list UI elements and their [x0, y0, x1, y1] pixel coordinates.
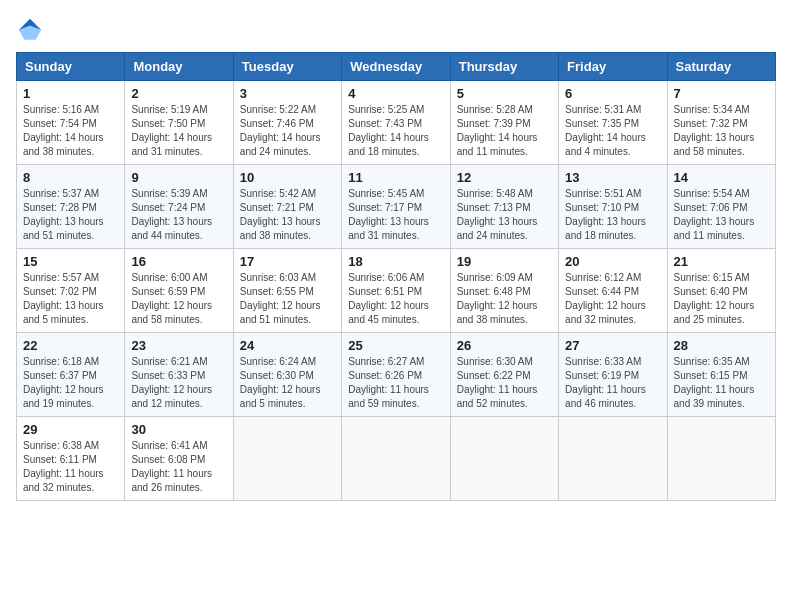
day-number: 24: [240, 338, 335, 353]
calendar-table: SundayMondayTuesdayWednesdayThursdayFrid…: [16, 52, 776, 501]
calendar-cell: 14 Sunrise: 5:54 AM Sunset: 7:06 PM Dayl…: [667, 165, 775, 249]
calendar-cell: 2 Sunrise: 5:19 AM Sunset: 7:50 PM Dayli…: [125, 81, 233, 165]
calendar-cell: 19 Sunrise: 6:09 AM Sunset: 6:48 PM Dayl…: [450, 249, 558, 333]
calendar-cell: 3 Sunrise: 5:22 AM Sunset: 7:46 PM Dayli…: [233, 81, 341, 165]
calendar-cell: [667, 417, 775, 501]
day-info: Sunrise: 6:27 AM Sunset: 6:26 PM Dayligh…: [348, 355, 443, 411]
day-number: 5: [457, 86, 552, 101]
calendar-cell: 25 Sunrise: 6:27 AM Sunset: 6:26 PM Dayl…: [342, 333, 450, 417]
calendar-cell: 4 Sunrise: 5:25 AM Sunset: 7:43 PM Dayli…: [342, 81, 450, 165]
calendar-cell: 26 Sunrise: 6:30 AM Sunset: 6:22 PM Dayl…: [450, 333, 558, 417]
day-number: 27: [565, 338, 660, 353]
calendar-cell: [233, 417, 341, 501]
day-number: 1: [23, 86, 118, 101]
logo: [16, 16, 48, 44]
day-info: Sunrise: 6:24 AM Sunset: 6:30 PM Dayligh…: [240, 355, 335, 411]
day-number: 10: [240, 170, 335, 185]
calendar-cell: [559, 417, 667, 501]
day-info: Sunrise: 6:15 AM Sunset: 6:40 PM Dayligh…: [674, 271, 769, 327]
day-number: 25: [348, 338, 443, 353]
header-row: SundayMondayTuesdayWednesdayThursdayFrid…: [17, 53, 776, 81]
day-info: Sunrise: 6:12 AM Sunset: 6:44 PM Dayligh…: [565, 271, 660, 327]
calendar-cell: 18 Sunrise: 6:06 AM Sunset: 6:51 PM Dayl…: [342, 249, 450, 333]
day-info: Sunrise: 6:33 AM Sunset: 6:19 PM Dayligh…: [565, 355, 660, 411]
day-info: Sunrise: 5:37 AM Sunset: 7:28 PM Dayligh…: [23, 187, 118, 243]
day-number: 12: [457, 170, 552, 185]
day-info: Sunrise: 6:03 AM Sunset: 6:55 PM Dayligh…: [240, 271, 335, 327]
calendar-cell: 9 Sunrise: 5:39 AM Sunset: 7:24 PM Dayli…: [125, 165, 233, 249]
calendar-cell: 13 Sunrise: 5:51 AM Sunset: 7:10 PM Dayl…: [559, 165, 667, 249]
calendar-cell: 7 Sunrise: 5:34 AM Sunset: 7:32 PM Dayli…: [667, 81, 775, 165]
day-number: 26: [457, 338, 552, 353]
column-header-wednesday: Wednesday: [342, 53, 450, 81]
week-row-3: 15 Sunrise: 5:57 AM Sunset: 7:02 PM Dayl…: [17, 249, 776, 333]
calendar-cell: 12 Sunrise: 5:48 AM Sunset: 7:13 PM Dayl…: [450, 165, 558, 249]
day-info: Sunrise: 5:48 AM Sunset: 7:13 PM Dayligh…: [457, 187, 552, 243]
day-number: 6: [565, 86, 660, 101]
calendar-cell: 6 Sunrise: 5:31 AM Sunset: 7:35 PM Dayli…: [559, 81, 667, 165]
week-row-2: 8 Sunrise: 5:37 AM Sunset: 7:28 PM Dayli…: [17, 165, 776, 249]
day-number: 30: [131, 422, 226, 437]
day-number: 17: [240, 254, 335, 269]
day-number: 16: [131, 254, 226, 269]
day-info: Sunrise: 6:18 AM Sunset: 6:37 PM Dayligh…: [23, 355, 118, 411]
day-number: 4: [348, 86, 443, 101]
calendar-cell: 5 Sunrise: 5:28 AM Sunset: 7:39 PM Dayli…: [450, 81, 558, 165]
calendar-cell: 17 Sunrise: 6:03 AM Sunset: 6:55 PM Dayl…: [233, 249, 341, 333]
calendar-cell: 8 Sunrise: 5:37 AM Sunset: 7:28 PM Dayli…: [17, 165, 125, 249]
day-number: 20: [565, 254, 660, 269]
day-info: Sunrise: 6:00 AM Sunset: 6:59 PM Dayligh…: [131, 271, 226, 327]
calendar-cell: 16 Sunrise: 6:00 AM Sunset: 6:59 PM Dayl…: [125, 249, 233, 333]
calendar-cell: 24 Sunrise: 6:24 AM Sunset: 6:30 PM Dayl…: [233, 333, 341, 417]
week-row-4: 22 Sunrise: 6:18 AM Sunset: 6:37 PM Dayl…: [17, 333, 776, 417]
day-number: 3: [240, 86, 335, 101]
calendar-cell: [450, 417, 558, 501]
column-header-thursday: Thursday: [450, 53, 558, 81]
calendar-cell: 29 Sunrise: 6:38 AM Sunset: 6:11 PM Dayl…: [17, 417, 125, 501]
week-row-1: 1 Sunrise: 5:16 AM Sunset: 7:54 PM Dayli…: [17, 81, 776, 165]
calendar-cell: 15 Sunrise: 5:57 AM Sunset: 7:02 PM Dayl…: [17, 249, 125, 333]
day-info: Sunrise: 5:22 AM Sunset: 7:46 PM Dayligh…: [240, 103, 335, 159]
day-info: Sunrise: 5:25 AM Sunset: 7:43 PM Dayligh…: [348, 103, 443, 159]
calendar-cell: 21 Sunrise: 6:15 AM Sunset: 6:40 PM Dayl…: [667, 249, 775, 333]
day-info: Sunrise: 6:30 AM Sunset: 6:22 PM Dayligh…: [457, 355, 552, 411]
logo-icon: [16, 16, 44, 44]
day-info: Sunrise: 5:31 AM Sunset: 7:35 PM Dayligh…: [565, 103, 660, 159]
calendar-cell: 23 Sunrise: 6:21 AM Sunset: 6:33 PM Dayl…: [125, 333, 233, 417]
column-header-saturday: Saturday: [667, 53, 775, 81]
day-info: Sunrise: 6:38 AM Sunset: 6:11 PM Dayligh…: [23, 439, 118, 495]
day-number: 11: [348, 170, 443, 185]
day-info: Sunrise: 6:21 AM Sunset: 6:33 PM Dayligh…: [131, 355, 226, 411]
day-info: Sunrise: 6:06 AM Sunset: 6:51 PM Dayligh…: [348, 271, 443, 327]
column-header-sunday: Sunday: [17, 53, 125, 81]
day-info: Sunrise: 5:51 AM Sunset: 7:10 PM Dayligh…: [565, 187, 660, 243]
day-info: Sunrise: 5:19 AM Sunset: 7:50 PM Dayligh…: [131, 103, 226, 159]
day-info: Sunrise: 5:57 AM Sunset: 7:02 PM Dayligh…: [23, 271, 118, 327]
day-number: 15: [23, 254, 118, 269]
day-info: Sunrise: 5:54 AM Sunset: 7:06 PM Dayligh…: [674, 187, 769, 243]
day-info: Sunrise: 5:42 AM Sunset: 7:21 PM Dayligh…: [240, 187, 335, 243]
day-number: 28: [674, 338, 769, 353]
day-info: Sunrise: 5:16 AM Sunset: 7:54 PM Dayligh…: [23, 103, 118, 159]
day-info: Sunrise: 6:35 AM Sunset: 6:15 PM Dayligh…: [674, 355, 769, 411]
calendar-cell: 28 Sunrise: 6:35 AM Sunset: 6:15 PM Dayl…: [667, 333, 775, 417]
day-number: 23: [131, 338, 226, 353]
calendar-cell: 11 Sunrise: 5:45 AM Sunset: 7:17 PM Dayl…: [342, 165, 450, 249]
column-header-monday: Monday: [125, 53, 233, 81]
day-number: 18: [348, 254, 443, 269]
week-row-5: 29 Sunrise: 6:38 AM Sunset: 6:11 PM Dayl…: [17, 417, 776, 501]
column-header-tuesday: Tuesday: [233, 53, 341, 81]
calendar-cell: [342, 417, 450, 501]
day-info: Sunrise: 5:34 AM Sunset: 7:32 PM Dayligh…: [674, 103, 769, 159]
column-header-friday: Friday: [559, 53, 667, 81]
day-number: 9: [131, 170, 226, 185]
day-number: 22: [23, 338, 118, 353]
calendar-cell: 20 Sunrise: 6:12 AM Sunset: 6:44 PM Dayl…: [559, 249, 667, 333]
day-info: Sunrise: 6:09 AM Sunset: 6:48 PM Dayligh…: [457, 271, 552, 327]
day-number: 14: [674, 170, 769, 185]
day-info: Sunrise: 5:45 AM Sunset: 7:17 PM Dayligh…: [348, 187, 443, 243]
day-info: Sunrise: 6:41 AM Sunset: 6:08 PM Dayligh…: [131, 439, 226, 495]
page-header: [16, 16, 776, 44]
day-number: 29: [23, 422, 118, 437]
day-number: 2: [131, 86, 226, 101]
